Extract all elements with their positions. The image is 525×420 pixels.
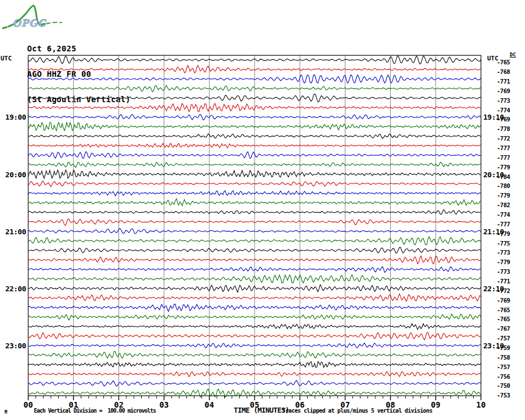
row-dc-value: -780 <box>497 182 510 189</box>
row-dc-value: -769 <box>497 88 510 94</box>
row-dc-value: -777 <box>497 154 510 161</box>
row-dc-value: -773 <box>497 268 510 275</box>
x-tick-label: 10 <box>476 400 486 409</box>
row-dc-value: -784 <box>497 173 510 180</box>
row-dc-value: -757 <box>497 335 510 342</box>
row-dc-value: -767 <box>497 325 510 332</box>
row-dc-value: -772 <box>497 287 510 294</box>
row-dc-value: -774 <box>497 107 510 113</box>
row-dc-value: -774 <box>497 211 510 218</box>
row-dc-value: -771 <box>497 278 510 285</box>
row-dc-value: -765 <box>497 307 510 313</box>
row-dc-value: -769 <box>497 116 510 123</box>
row-dc-value: -779 <box>497 192 510 199</box>
row-dc-value: -777 <box>497 145 510 151</box>
row-time-label-left: 23:00 <box>5 342 26 350</box>
row-dc-value: -765 <box>497 316 510 322</box>
row-time-label-left: 19:00 <box>5 113 26 121</box>
row-dc-value: -779 <box>497 259 510 265</box>
row-dc-value: -779 <box>497 230 510 237</box>
row-dc-value: -782 <box>497 202 510 208</box>
row-dc-value: -779 <box>497 164 510 170</box>
row-dc-value: -769 <box>497 297 510 304</box>
row-dc-value: -772 <box>497 135 510 142</box>
row-dc-value: -775 <box>497 240 510 247</box>
row-dc-value: -757 <box>497 364 510 370</box>
helicorder-page: OPGC Oct 6,2025 AGO HHZ FR 00 (St Agouli… <box>0 0 525 420</box>
x-tick-label: 04 <box>204 400 214 409</box>
row-time-label-left: 20:00 <box>5 170 26 179</box>
row-dc-value: -758 <box>497 354 510 361</box>
row-dc-value: -771 <box>497 78 510 85</box>
row-dc-value: -759 <box>497 344 510 351</box>
row-dc-value: -750 <box>497 382 510 389</box>
row-time-label-left: 21:00 <box>5 228 26 236</box>
row-dc-value: -765 <box>497 59 510 65</box>
row-dc-value: -777 <box>497 221 510 228</box>
x-tick-label: 00 <box>24 400 33 409</box>
seismogram-plot: 0001020304050607080910-765-768-771-769-7… <box>0 0 525 420</box>
clip-note: Traces clipped at plus/minus 5 vertical … <box>282 408 432 414</box>
row-dc-value: -768 <box>497 68 510 75</box>
row-dc-value: -753 <box>497 392 510 399</box>
row-time-label-left: 22:00 <box>5 285 26 293</box>
row-dc-value: -773 <box>497 97 510 104</box>
scale-note: Each Vertical Division = 100.00 microvol… <box>34 408 156 414</box>
corner-mark: M <box>5 410 7 415</box>
row-dc-value: -756 <box>497 373 510 380</box>
row-dc-value: -778 <box>497 125 510 132</box>
x-axis-title: TIME (MINUTES) <box>234 406 289 414</box>
row-dc-value: -773 <box>497 249 510 256</box>
x-tick-label: 03 <box>159 400 169 409</box>
